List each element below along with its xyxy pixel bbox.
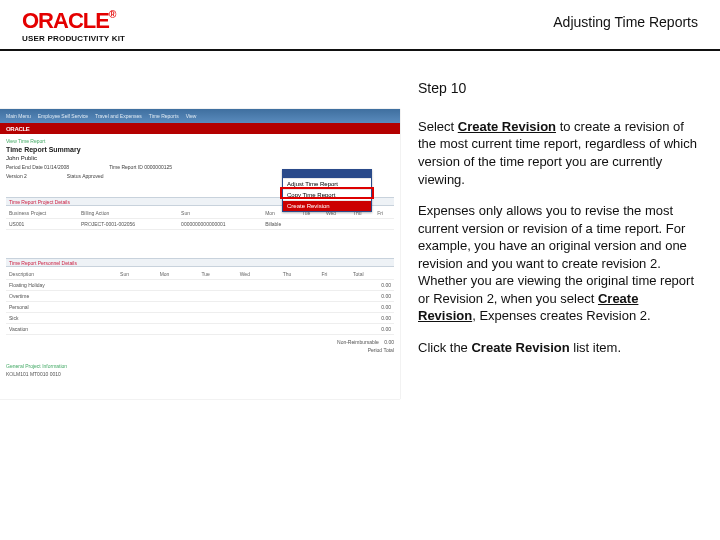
col-header: Sun (178, 208, 262, 219)
page-header: ORACLE® USER PRODUCTIVITY KIT Adjusting … (0, 0, 720, 51)
emphasis-create-revision: Create Revision (458, 119, 556, 134)
guide-paragraph: Expenses only allows you to revise the m… (418, 202, 698, 325)
field-label: Time Report ID (109, 164, 143, 170)
cell: PROJECT-0001-002056 (78, 219, 178, 230)
tab[interactable]: Main Menu (6, 113, 31, 119)
cell: Floating Holiday (6, 280, 117, 291)
table-row: Overtime0.00 (6, 291, 394, 302)
highlight-box (280, 187, 374, 199)
dropdown-item-create-revision[interactable]: Create Revision (283, 200, 371, 211)
guide-paragraph: Select Create Revision to create a revis… (418, 118, 698, 188)
cell (350, 219, 374, 230)
employee-name: John Public (6, 155, 394, 161)
field-value: 0000000125 (144, 164, 172, 170)
field-value: Approved (82, 173, 103, 179)
field-label: Version (6, 173, 23, 179)
cell: Billable (262, 219, 299, 230)
main-content: Main Menu Employee Self Service Travel a… (0, 51, 720, 399)
cell: 0.00 (350, 302, 394, 313)
cell: 0.00 (350, 313, 394, 324)
field-label: Status (67, 173, 81, 179)
col-header: Fri (374, 208, 394, 219)
tab[interactable]: View (186, 113, 197, 119)
oracle-logo: ORACLE® (22, 10, 125, 32)
col-header: Fri (319, 269, 350, 280)
col-header: Wed (237, 269, 280, 280)
emphasis-create-revision: Create Revision (471, 340, 569, 355)
product-subtitle: USER PRODUCTIVITY KIT (22, 34, 125, 43)
cell: US001 (6, 219, 78, 230)
cell (299, 219, 323, 230)
table-row: US001 PROJECT-0001-002056 00000000000000… (6, 219, 394, 230)
col-header: Mon (157, 269, 199, 280)
col-header: Description (6, 269, 117, 280)
doc-title: Adjusting Time Reports (553, 14, 698, 30)
embedded-screenshot: Main Menu Employee Self Service Travel a… (0, 109, 400, 399)
step-label: Step 10 (418, 79, 698, 98)
table-header-row: Description Sun Mon Tue Wed Thu Fri Tota… (6, 269, 394, 280)
col-header: Sun (117, 269, 157, 280)
cell: Vacation (6, 324, 117, 335)
cell: Overtime (6, 291, 117, 302)
cell (323, 219, 350, 230)
cell: 0.00 (350, 280, 394, 291)
col-header: Total (350, 269, 394, 280)
footer-codes: KOLM101 MT0010 0010 (6, 371, 394, 377)
tab[interactable]: Employee Self Service (38, 113, 88, 119)
cell: Sick (6, 313, 117, 324)
cell: 0000000000000001 (178, 219, 262, 230)
table-row: Floating Holiday0.00 (6, 280, 394, 291)
guide-pane: Step 10 Select Create Revision to create… (418, 69, 698, 399)
breadcrumb: View Time Report (6, 138, 394, 144)
footer-link[interactable]: General Project Information (6, 363, 394, 369)
cell: 0.00 (350, 291, 394, 302)
field-label: Non-Reimbursable (337, 339, 379, 345)
app-logo: ORACLE (6, 126, 30, 132)
table-row: Sick0.00 (6, 313, 394, 324)
field-value: 2 (24, 173, 27, 179)
app-brandbar: ORACLE (0, 123, 400, 134)
app-tabbar: Main Menu Employee Self Service Travel a… (0, 109, 400, 123)
cell: Personal (6, 302, 117, 313)
col-header: Thu (280, 269, 319, 280)
cell (374, 219, 394, 230)
field-value: 0.00 (384, 339, 394, 345)
table-row: Personal0.00 (6, 302, 394, 313)
tab[interactable]: Travel and Expenses (95, 113, 142, 119)
field-label: Period End Date (6, 164, 43, 170)
tab[interactable]: Time Reports (149, 113, 179, 119)
brand-block: ORACLE® USER PRODUCTIVITY KIT (22, 10, 125, 43)
col-header: Billing Action (78, 208, 178, 219)
field-value: 01/14/2008 (44, 164, 69, 170)
guide-instruction: Click the Create Revision list item. (418, 339, 698, 357)
section-header: Time Report Personnel Details (6, 258, 394, 267)
col-header: Business Project (6, 208, 78, 219)
cell: 0.00 (350, 324, 394, 335)
page-title: Time Report Summary (6, 146, 394, 153)
field-label: Period Total (368, 347, 394, 353)
col-header: Tue (198, 269, 236, 280)
personnel-details-table: Description Sun Mon Tue Wed Thu Fri Tota… (6, 269, 394, 335)
table-row: Vacation0.00 (6, 324, 394, 335)
